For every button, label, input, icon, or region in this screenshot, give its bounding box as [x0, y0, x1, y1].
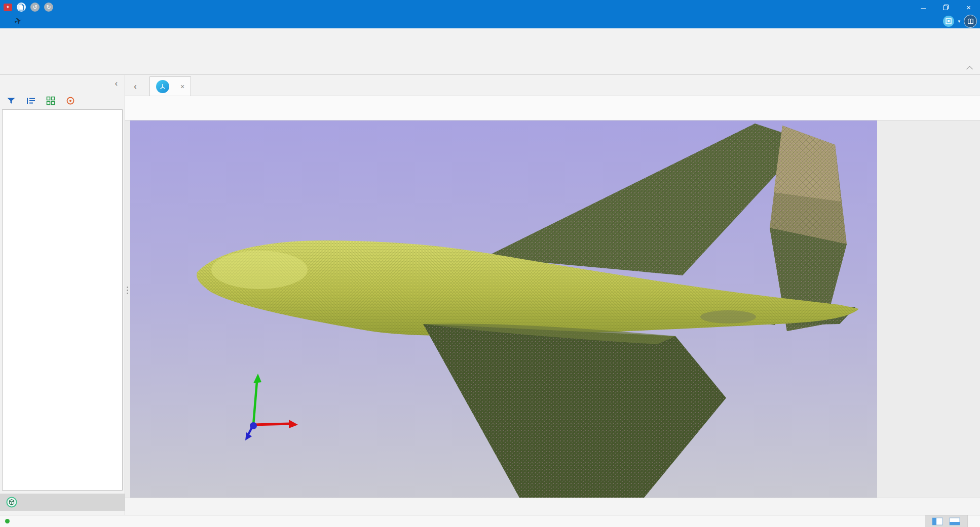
- close-icon: ×: [966, 3, 971, 12]
- view-toolbar: [125, 96, 980, 120]
- splitter-grip-icon: [127, 287, 128, 294]
- chevron-down-icon[interactable]: ▾: [958, 19, 960, 24]
- maximize-button[interactable]: [934, 0, 957, 14]
- quick-display-button[interactable]: [943, 16, 954, 27]
- cube-icon: [6, 497, 17, 508]
- menubar-right: ▾: [943, 14, 977, 28]
- status-indicator: [0, 519, 13, 523]
- panel-splitter[interactable]: [125, 120, 130, 498]
- status-dot-icon: [5, 519, 10, 523]
- redo-icon: ↻: [46, 4, 51, 11]
- panel-footer-tab[interactable]: [0, 494, 125, 511]
- workspace: ‹ ×: [125, 75, 980, 515]
- maximize-icon: [943, 5, 949, 10]
- statusbar: [0, 515, 980, 527]
- help-manual-button[interactable]: [964, 15, 977, 28]
- quick-access-toolbar: ✦ ↺ ↻: [4, 3, 53, 12]
- viewport-right-fill: [877, 120, 980, 498]
- near-wing: [423, 323, 726, 498]
- minimize-icon: [921, 5, 926, 10]
- tab-axes-icon: [156, 80, 169, 93]
- window-controls: ×: [912, 0, 980, 14]
- tab-3d-view[interactable]: ×: [149, 76, 191, 96]
- message-bar: [125, 498, 980, 515]
- file-icon: [18, 4, 24, 11]
- view-row: [125, 120, 980, 498]
- axis-triad: [245, 374, 298, 440]
- undo-button[interactable]: ↺: [30, 3, 40, 12]
- titlebar: ✦ ↺ ↻ ×: [0, 0, 980, 14]
- tab-scroll-left-button[interactable]: ‹: [128, 79, 142, 94]
- layout-toggle-group: [925, 515, 967, 527]
- list-icon: [26, 97, 36, 105]
- redo-button[interactable]: ↻: [44, 3, 53, 12]
- tabbar: ‹ ×: [125, 75, 980, 96]
- layout-left-panel-icon[interactable]: [932, 517, 943, 525]
- content: ‹ ‹ ×: [0, 75, 980, 515]
- panel-toolbar: [0, 92, 125, 109]
- project-info-panel: ‹: [0, 75, 125, 515]
- panel-header: ‹: [0, 75, 125, 92]
- app-icon: ✦: [6, 5, 10, 10]
- grid-squares-icon: [46, 96, 55, 105]
- aircraft-mesh-render: [130, 120, 877, 498]
- app-airplane-logo: ✈: [0, 14, 36, 28]
- filter-button[interactable]: [5, 95, 17, 107]
- close-button[interactable]: ×: [957, 0, 980, 14]
- layout-bottom-panel-icon[interactable]: [949, 517, 960, 525]
- list-view-button[interactable]: [25, 95, 37, 107]
- target-icon: [66, 96, 75, 105]
- tab-close-icon[interactable]: ×: [180, 83, 184, 91]
- ribbon-collapse-button[interactable]: [967, 67, 972, 71]
- app-logo-button[interactable]: ✦: [4, 4, 12, 11]
- filter-icon: [6, 96, 16, 105]
- new-file-button[interactable]: [17, 3, 26, 12]
- display-mode-icon: [946, 18, 952, 24]
- viewport-3d[interactable]: [130, 120, 877, 498]
- chevron-up-icon: [966, 66, 973, 72]
- window-title: [0, 0, 980, 14]
- far-wing: [485, 124, 807, 275]
- company-label: [967, 515, 980, 527]
- undo-icon: ↺: [32, 4, 37, 11]
- statusbar-right: [925, 515, 980, 527]
- locate-button[interactable]: [64, 95, 77, 107]
- manual-book-icon: [967, 18, 974, 25]
- ribbon: [0, 28, 980, 75]
- grid-view-button[interactable]: [45, 95, 57, 107]
- panel-collapse-button[interactable]: ‹: [113, 79, 120, 88]
- project-tree: [2, 109, 123, 491]
- menubar: ✈ ▾: [0, 14, 980, 28]
- minimize-button[interactable]: [912, 0, 934, 14]
